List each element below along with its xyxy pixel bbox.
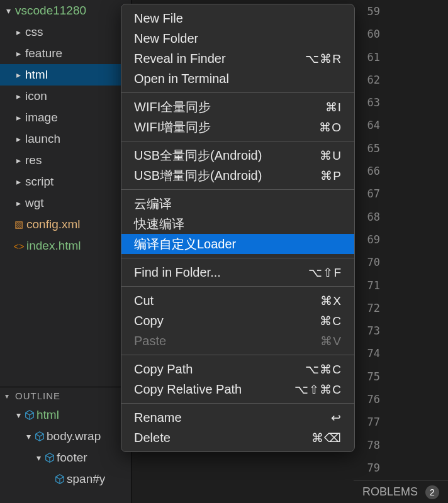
outline-title: OUTLINE [15, 390, 60, 401]
menu-item[interactable]: Cut⌘X [121, 290, 354, 311]
explorer-folder[interactable]: ▸html [0, 64, 132, 86]
chevron-down-icon: ▾ [23, 431, 34, 441]
outline-item-label: footer [55, 451, 87, 465]
menu-item-label: Copy Path [134, 362, 193, 377]
block-icon [54, 475, 65, 484]
menu-item[interactable]: USB增量同步(Android)⌘P [121, 165, 354, 185]
menu-item-shortcut: ⌘I [325, 100, 342, 114]
explorer-folder[interactable]: ▸launch [0, 128, 132, 150]
menu-item[interactable]: Delete⌘⌫ [121, 428, 354, 448]
menu-item[interactable]: Find in Folder...⌥⇧F [121, 262, 354, 282]
explorer-folder[interactable]: ▸icon [0, 86, 132, 107]
menu-item[interactable]: Reveal in Finder⌥⌘R [121, 48, 354, 69]
menu-item[interactable]: WIFI增量同步⌘O [121, 117, 354, 137]
chevron-right-icon: ▸ [13, 177, 24, 187]
root-label: vscode11280 [14, 4, 86, 18]
explorer-folder[interactable]: ▸res [0, 150, 132, 171]
menu-item-label: Copy Relative Path [134, 382, 242, 397]
outline-item[interactable]: span#y [0, 468, 132, 490]
menu-separator [121, 92, 354, 93]
menu-item-label: WIFI增量同步 [134, 119, 211, 136]
tree-item-label: script [24, 175, 53, 189]
line-number: 61 [356, 46, 380, 69]
project-root[interactable]: ▾ vscode11280 [0, 0, 132, 21]
menu-item[interactable]: Copy Relative Path⌥⇧⌘C [121, 379, 354, 399]
menu-separator [121, 355, 354, 355]
block-icon [34, 432, 45, 441]
menu-item-shortcut: ⌥⌘C [305, 362, 342, 377]
menu-item-shortcut: ⌥⇧F [308, 265, 342, 280]
line-number: 76 [356, 388, 380, 411]
menu-separator [121, 286, 354, 287]
tree-item-label: icon [24, 89, 47, 103]
menu-item[interactable]: Copy⌘C [121, 311, 354, 331]
line-number: 60 [356, 23, 380, 45]
menu-item-label: 快速编译 [134, 216, 184, 233]
line-number: 78 [356, 434, 380, 456]
outline-item[interactable]: ▾body.wrap [0, 426, 132, 447]
menu-item-shortcut: ⌘O [319, 120, 342, 135]
line-number: 64 [356, 114, 380, 136]
menu-item[interactable]: 编译自定义Loader [121, 234, 354, 254]
explorer-folder[interactable]: ▸script [0, 171, 132, 192]
menu-item-label: New File [134, 11, 183, 26]
menu-item[interactable]: Copy Path⌥⌘C [121, 359, 354, 379]
menu-item-shortcut: ⌘C [320, 314, 342, 328]
context-menu: New FileNew FolderReveal in Finder⌥⌘ROpe… [121, 4, 355, 452]
html-icon: <> [13, 241, 25, 252]
tree-item-label: feature [24, 47, 62, 60]
chevron-right-icon: ▸ [13, 27, 24, 37]
menu-item-label: Reveal in Finder [134, 52, 226, 66]
explorer-folder[interactable]: ▸image [0, 107, 132, 128]
line-number: 59 [356, 0, 380, 23]
chevron-right-icon: ▸ [13, 198, 24, 208]
menu-item[interactable]: 云编译 [121, 194, 354, 214]
menu-item[interactable]: Rename↩ [121, 407, 354, 428]
menu-item-shortcut: ⌘P [320, 169, 342, 183]
menu-item[interactable]: New Folder [121, 28, 354, 48]
menu-item[interactable]: Open in Terminal [121, 69, 354, 89]
outline-item[interactable]: ▾footer [0, 447, 132, 468]
line-number: 73 [356, 319, 380, 342]
explorer-folder[interactable]: ▸feature [0, 43, 132, 64]
menu-item-label: New Folder [134, 31, 198, 46]
menu-item[interactable]: WIFI全量同步⌘I [121, 97, 354, 117]
outline-header[interactable]: ▾ OUTLINE [0, 387, 132, 404]
menu-item-label: Copy [134, 314, 164, 328]
chevron-down-icon: ▾ [33, 453, 44, 463]
explorer-file[interactable]: ▧config.xml [0, 214, 132, 235]
tree-item-label: css [24, 25, 43, 39]
menu-item-shortcut: ⌘U [320, 148, 342, 163]
menu-item[interactable]: USB全量同步(Android)⌘U [121, 145, 354, 165]
block-icon [24, 411, 35, 419]
explorer-folder[interactable]: ▸wgt [0, 192, 132, 214]
menu-separator [121, 189, 354, 190]
line-number: 70 [356, 251, 380, 274]
line-number: 62 [356, 69, 380, 91]
tree-item-label: image [24, 111, 58, 124]
menu-item-label: Open in Terminal [134, 72, 229, 86]
line-number: 65 [356, 137, 380, 160]
menu-separator [121, 258, 354, 258]
menu-item[interactable]: New File [121, 8, 354, 28]
minimap[interactable] [385, 0, 448, 503]
problems-panel-tab[interactable]: ROBLEMS 2 [354, 480, 448, 503]
chevron-right-icon: ▸ [13, 134, 24, 144]
menu-item[interactable]: 快速编译 [121, 214, 354, 234]
rss-icon: ▧ [13, 219, 25, 230]
menu-item-shortcut: ⌥⇧⌘C [294, 382, 342, 397]
outline-body: ▾html▾body.wrap▾footerspan#y [0, 404, 132, 490]
outline-item-label: html [35, 408, 59, 422]
line-number: 75 [356, 365, 380, 388]
explorer-folder[interactable]: ▸css [0, 21, 132, 43]
chevron-right-icon: ▸ [13, 91, 24, 101]
menu-item-label: Cut [134, 294, 154, 308]
explorer-file[interactable]: <>index.html [0, 235, 132, 257]
line-number-gutter: 5960616263646566676869707172737475767778… [356, 0, 385, 503]
outline-item-label: span#y [65, 472, 105, 486]
menu-item-label: WIFI全量同步 [134, 99, 211, 116]
line-number: 68 [356, 206, 380, 228]
menu-item-label: 云编译 [134, 196, 172, 213]
tree-item-label: launch [24, 132, 60, 146]
outline-item[interactable]: ▾html [0, 404, 132, 426]
